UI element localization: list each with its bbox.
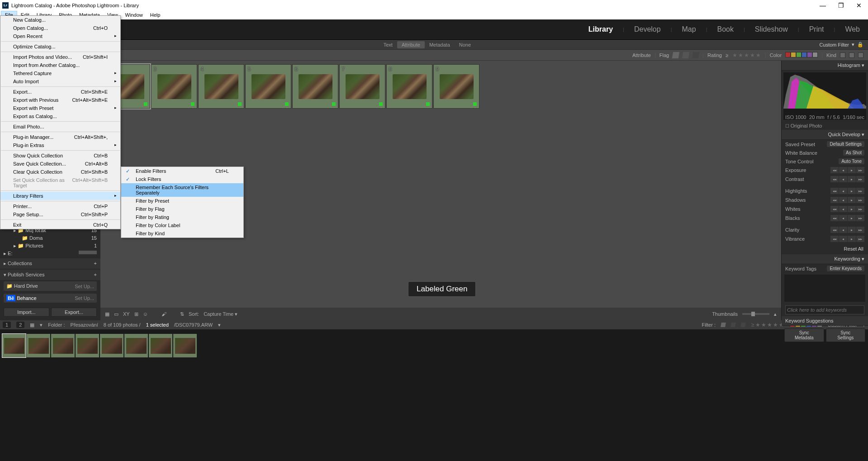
menu-item[interactable]: New Catalog...	[0, 16, 120, 24]
thumbnail[interactable]: 9	[433, 64, 479, 109]
saved-preset[interactable]: Saved PresetDefault Settings	[782, 140, 868, 148]
menu-item[interactable]: Export with PreviousCtrl+Alt+Shift+E	[0, 96, 120, 104]
menu-item[interactable]: Open Catalog...Ctrl+O	[0, 24, 120, 32]
filmstrip-thumb[interactable]	[173, 334, 197, 357]
view-mode-icon[interactable]: ▦	[30, 322, 34, 328]
menu-item[interactable]: Clear Quick CollectionCtrl+Shift+B	[0, 168, 120, 176]
submenu-item[interactable]: Filter by Preset	[121, 197, 243, 205]
filter-chip-text[interactable]: Text	[379, 41, 397, 48]
thumbnail[interactable]: 7	[339, 64, 385, 109]
filter-chip-attribute[interactable]: Attribute	[397, 41, 425, 48]
menu-item[interactable]: Email Photo...	[0, 123, 120, 131]
people-view-icon[interactable]: ☺	[143, 311, 148, 317]
painter-icon[interactable]: 🖌	[161, 311, 166, 317]
export-button[interactable]: Export...	[51, 308, 97, 317]
submenu-item[interactable]: Filter by Flag	[121, 205, 243, 213]
maximize-button[interactable]: ❐	[834, 2, 848, 9]
publish-section[interactable]: ▾ Publish Services+	[0, 270, 100, 280]
menu-item[interactable]: Export as Catalog...	[0, 112, 120, 120]
menu-item[interactable]: Open Recent	[0, 32, 120, 40]
menu-item[interactable]: ExitCtrl+Q	[0, 221, 120, 229]
keyword-input[interactable]	[785, 305, 864, 314]
thumbnail[interactable]: 8	[386, 64, 432, 109]
menu-item[interactable]: Show Quick CollectionCtrl+B	[0, 152, 120, 160]
status-flag-icon[interactable]	[730, 323, 736, 327]
submenu-item[interactable]: Remember Each Source's Filters Separatel…	[121, 183, 243, 197]
menu-item[interactable]: Set Quick Collection as TargetCtrl+Alt+S…	[0, 176, 120, 190]
sort-dir-icon[interactable]: ⇅	[180, 311, 184, 317]
menu-item[interactable]: Export...Ctrl+Shift+E	[0, 88, 120, 96]
submenu-item[interactable]: Enable FiltersCtrl+L	[121, 167, 243, 175]
submenu-item[interactable]: Filter by Color Label	[121, 221, 243, 229]
sync-settings-button[interactable]: Sync Settings	[826, 328, 866, 342]
kind-copy-icon[interactable]	[849, 52, 854, 58]
menu-item[interactable]: Export with Preset	[0, 104, 120, 112]
thumbnail[interactable]: 5	[245, 64, 291, 109]
status-flag-icon[interactable]	[740, 323, 746, 327]
keywording-header[interactable]: Keywording ▾	[782, 254, 868, 264]
thumbnail[interactable]: 4	[198, 64, 244, 109]
menu-item[interactable]: Library Filters	[0, 192, 120, 200]
survey-view-icon[interactable]: ⊞	[134, 311, 138, 317]
filmstrip[interactable]	[0, 329, 868, 362]
kind-master-icon[interactable]	[840, 52, 845, 58]
color-swatch[interactable]	[802, 52, 807, 57]
quickdevelop-header[interactable]: Quick Develop ▾	[782, 130, 868, 140]
minimize-button[interactable]: —	[816, 2, 830, 9]
menu-item[interactable]: Tethered Capture	[0, 69, 120, 77]
publish-harddrive[interactable]: 📁 Hard DriveSet Up...	[4, 281, 97, 291]
filter-chip-metadata[interactable]: Metadata	[425, 41, 455, 48]
filmstrip-thumb[interactable]	[51, 334, 75, 357]
keyword-suggestions-header[interactable]: Keyword Suggestions	[782, 316, 868, 326]
color-swatch[interactable]	[796, 52, 802, 57]
menu-item[interactable]: Plug-in Manager...Ctrl+Alt+Shift+,	[0, 133, 120, 141]
screen-1-button[interactable]: 1	[3, 322, 11, 328]
module-book[interactable]: Book	[717, 25, 734, 33]
filmstrip-thumb[interactable]	[27, 334, 50, 357]
drive-e[interactable]: ▸ E:	[0, 250, 100, 257]
submenu-item[interactable]: Filter by Kind	[121, 229, 243, 238]
color-swatch[interactable]	[785, 52, 791, 57]
color-swatch[interactable]	[791, 52, 796, 57]
menu-item[interactable]: Printer...Ctrl+P	[0, 202, 120, 210]
folder-doma[interactable]: 📁 Doma15	[0, 234, 100, 242]
menu-item[interactable]: Auto Import	[0, 77, 120, 86]
filmstrip-thumb[interactable]	[100, 334, 123, 357]
reset-all-button[interactable]: Reset All	[844, 246, 863, 252]
filmstrip-thumb[interactable]	[149, 334, 172, 357]
menu-help[interactable]: Help	[147, 11, 164, 19]
menu-item[interactable]: Page Setup...Ctrl+Shift+P	[0, 210, 120, 219]
keyword-tags[interactable]: Keyword TagsEnter Keywords	[782, 264, 868, 273]
thumb-size-slider[interactable]	[742, 313, 769, 315]
histogram-header[interactable]: Histogram ▾	[782, 61, 868, 71]
grid-view-icon[interactable]: ▦	[105, 311, 109, 317]
original-photo-toggle[interactable]: ☐ Original Photo	[782, 122, 868, 130]
auto-tone-button[interactable]: Auto Tone	[839, 158, 864, 164]
color-swatch[interactable]	[807, 52, 812, 57]
flag-unflag-icon[interactable]	[682, 52, 689, 58]
submenu-item[interactable]: Filter by Rating	[121, 213, 243, 221]
menu-item[interactable]: Import from Another Catalog...	[0, 61, 120, 69]
publish-behance[interactable]: Bē BehanceSet Up...	[4, 294, 97, 303]
module-develop[interactable]: Develop	[634, 25, 661, 33]
color-swatch[interactable]	[812, 52, 818, 57]
menu-item[interactable]: Save Quick Collection...Ctrl+Alt+B	[0, 160, 120, 168]
filmstrip-thumb[interactable]	[124, 334, 148, 357]
menu-item[interactable]: Optimize Catalog...	[0, 43, 120, 51]
screen-2-button[interactable]: 2	[16, 322, 24, 328]
module-print[interactable]: Print	[809, 25, 824, 33]
keyword-box[interactable]	[784, 275, 865, 302]
menu-item[interactable]: Import Photos and Video...Ctrl+Shift+I	[0, 53, 120, 61]
flag-pick-icon[interactable]	[672, 52, 679, 58]
chevron-down-icon[interactable]: ▾	[852, 42, 854, 48]
rating-op[interactable]: ≥	[726, 52, 728, 58]
sort-dropdown[interactable]: Capture Time ▾	[204, 311, 237, 317]
chevron-up-icon[interactable]: ▴	[774, 311, 777, 317]
folder-pictures[interactable]: ▸ 📁 Pictures1	[0, 242, 100, 250]
submenu-item[interactable]: Lock Filters	[121, 175, 243, 183]
thumbnail[interactable]: 3	[151, 64, 197, 109]
close-button[interactable]: ✕	[852, 2, 866, 9]
kind-video-icon[interactable]	[858, 52, 863, 58]
rating-stars[interactable]: ★★★★★	[732, 52, 761, 58]
compare-view-icon[interactable]: XY	[123, 311, 130, 317]
